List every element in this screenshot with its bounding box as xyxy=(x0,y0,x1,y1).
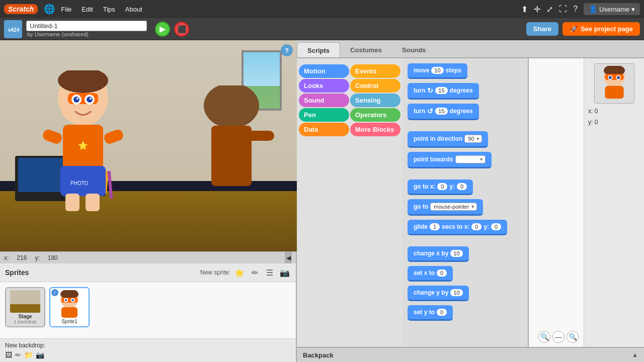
block-change-x[interactable]: change x by 10 xyxy=(408,246,469,262)
upload-icon[interactable]: ⬆ xyxy=(521,5,528,14)
block-go-to[interactable]: go to mouse-pointer xyxy=(408,199,483,216)
svg-text:⭐: ⭐ xyxy=(78,141,88,150)
block-set-x-text: set x to xyxy=(414,269,435,277)
block-glide-secs-input[interactable]: 1 xyxy=(430,223,440,230)
cursor-icon[interactable]: ✛ xyxy=(534,5,540,14)
block-move-suffix: steps xyxy=(446,67,461,74)
sprite-x-label: x: xyxy=(588,108,593,115)
zoom-in-button[interactable]: 🔍 xyxy=(567,331,579,343)
backdrop-draw-button[interactable]: ✏ xyxy=(15,351,21,359)
username-button[interactable]: 👤 Username ▾ xyxy=(584,3,640,15)
block-point-direction[interactable]: point in direction 90 xyxy=(408,131,488,148)
backdrop-paint-button[interactable]: 🖼 xyxy=(5,351,12,359)
expand-icon[interactable]: ⤢ xyxy=(546,5,553,14)
fullscreen-icon[interactable]: ⛶ xyxy=(559,5,567,14)
stage-divider[interactable]: ◀ xyxy=(285,252,292,264)
menu-about[interactable]: About xyxy=(121,4,146,15)
category-looks[interactable]: Looks xyxy=(299,79,349,93)
svg-point-29 xyxy=(65,299,67,301)
block-go-to-dropdown[interactable]: mouse-pointer xyxy=(430,203,476,211)
category-pen[interactable]: Pen xyxy=(299,108,349,122)
new-sprite-draw-button[interactable]: ✏ xyxy=(249,266,261,279)
block-set-x-input[interactable]: 0 xyxy=(437,269,447,277)
backpack-bar[interactable]: Backpack ▲ xyxy=(297,347,644,362)
see-project-button[interactable]: 🚀 See project page xyxy=(562,22,640,36)
chevron-down-icon: ▾ xyxy=(631,6,635,13)
bg-sprite xyxy=(186,85,277,216)
category-sound[interactable]: Sound xyxy=(299,94,349,107)
block-set-x[interactable]: set x to 0 xyxy=(408,266,453,282)
backdrop-camera-button[interactable]: 📷 xyxy=(36,351,44,359)
block-glide-y-input[interactable]: 0 xyxy=(491,223,501,230)
sprite-preview xyxy=(594,63,634,104)
stage-thumbnail[interactable]: Stage 1 backdrop xyxy=(5,287,45,327)
zoom-out-button[interactable]: 🔍 xyxy=(538,331,550,343)
block-change-x-input[interactable]: 10 xyxy=(450,250,462,257)
block-change-y-input[interactable]: 10 xyxy=(450,289,462,296)
turn-ccw-icon: ↺ xyxy=(427,107,433,115)
svg-rect-18 xyxy=(103,128,124,145)
stage-help-button[interactable]: ? xyxy=(281,44,293,56)
new-sprite-camera-button[interactable]: 📷 xyxy=(279,266,291,279)
see-project-label: See project page xyxy=(581,25,633,33)
block-change-y[interactable]: change y by 10 xyxy=(408,286,469,301)
block-go-to-xy[interactable]: go to x: 0 y: 0 xyxy=(408,179,473,195)
script-workspace[interactable]: x: 0 y: 0 🔍 — 🔍 xyxy=(529,58,644,347)
new-sprite-paint-button[interactable]: ⭐ xyxy=(233,266,246,279)
stop-button[interactable]: ⬛ xyxy=(174,22,189,37)
sprite-y-label: y: xyxy=(588,119,593,126)
menu-file[interactable]: File xyxy=(57,4,75,15)
category-events[interactable]: Events xyxy=(350,64,400,78)
block-turn-ccw-suffix: degrees xyxy=(450,108,473,115)
menu-edit[interactable]: Edit xyxy=(77,4,97,15)
menu-tips[interactable]: Tips xyxy=(99,4,119,15)
category-data[interactable]: Data xyxy=(299,123,349,136)
scratch-logo[interactable]: Scratch xyxy=(4,4,38,14)
block-glide[interactable]: glide 1 secs to x: 0 y: 0 xyxy=(408,220,507,235)
zoom-reset-button[interactable]: — xyxy=(552,331,565,343)
block-go-to-y-input[interactable]: 0 xyxy=(457,183,467,190)
block-set-y[interactable]: set y to 0 xyxy=(408,305,453,321)
globe-icon[interactable]: 🌐 xyxy=(44,4,55,15)
sprite1-item[interactable]: i Sprite1 xyxy=(49,287,90,327)
block-point-direction-dropdown[interactable]: 90 xyxy=(464,135,481,143)
user-avatar-icon: 👤 xyxy=(589,5,597,13)
category-operators[interactable]: Operators xyxy=(350,108,400,122)
category-motion[interactable]: Motion xyxy=(299,64,349,78)
category-more-blocks[interactable]: More Blocks xyxy=(350,123,400,136)
project-thumbnail: v424 xyxy=(4,20,22,38)
green-flag-button[interactable]: ▶ xyxy=(155,22,170,37)
block-move[interactable]: move 10 steps xyxy=(408,63,467,79)
block-go-to-y-label: y: xyxy=(449,183,455,190)
block-point-towards-dropdown[interactable] xyxy=(455,155,486,163)
category-control[interactable]: Control xyxy=(350,79,400,93)
svg-rect-26 xyxy=(61,298,77,303)
stage-canvas[interactable]: ⭐ PHOTO xyxy=(0,40,297,251)
block-turn-ccw-input[interactable]: 15 xyxy=(435,108,447,115)
backdrop-area: New backdrop: 🖼 ✏ 📁 📷 xyxy=(0,338,296,362)
new-sprite-surprise-button[interactable]: ☰ xyxy=(264,266,276,279)
project-title-input[interactable] xyxy=(26,21,147,31)
block-glide-x-input[interactable]: 0 xyxy=(471,223,481,230)
backdrop-folder-button[interactable]: 📁 xyxy=(24,351,33,359)
tab-sounds[interactable]: Sounds xyxy=(392,42,436,57)
block-turn-ccw[interactable]: turn ↺ 15 degrees xyxy=(408,104,479,120)
category-sensing[interactable]: Sensing xyxy=(350,94,400,107)
help-icon[interactable]: ? xyxy=(573,5,578,14)
new-sprite-area: New sprite: ⭐ ✏ ☰ 📷 xyxy=(200,266,291,279)
block-set-y-input[interactable]: 0 xyxy=(437,309,447,316)
svg-point-7 xyxy=(73,97,79,103)
block-turn-cw[interactable]: turn ↻ 15 degrees xyxy=(408,83,479,100)
block-turn-ccw-text: turn xyxy=(414,108,425,115)
block-move-input[interactable]: 10 xyxy=(431,67,443,74)
tab-costumes[interactable]: Costumes xyxy=(340,42,392,57)
share-button[interactable]: Share xyxy=(526,22,558,36)
block-point-towards[interactable]: point towards xyxy=(408,152,492,168)
block-go-to-x-input[interactable]: 0 xyxy=(437,183,447,190)
y-value: 180 xyxy=(48,254,58,261)
tabs: Scripts Costumes Sounds xyxy=(297,40,644,58)
sprite-info-button[interactable]: i xyxy=(51,289,58,296)
block-turn-cw-input[interactable]: 15 xyxy=(435,87,447,94)
tab-scripts[interactable]: Scripts xyxy=(297,42,340,57)
project-author: by Username (unshared) xyxy=(26,31,147,37)
